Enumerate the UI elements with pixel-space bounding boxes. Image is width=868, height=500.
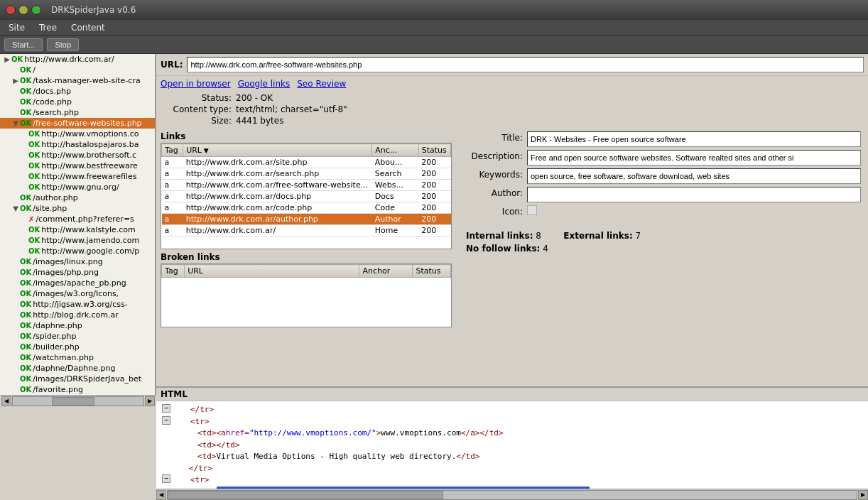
url-input[interactable]	[187, 57, 864, 72]
content-type-label: Content type:	[161, 104, 232, 114]
tree-item[interactable]: OK /docs.php	[0, 86, 155, 97]
tree-item[interactable]: OK http://www.gnu.org/	[0, 182, 155, 192]
meta-title-input[interactable]	[527, 131, 861, 147]
tree-item[interactable]: OK /builder.php	[0, 342, 155, 352]
tree-item[interactable]: OK http://hastalospajaros.ba	[0, 139, 155, 150]
status-value: 200 - OK	[236, 93, 273, 103]
menu-tree[interactable]: Tree	[33, 21, 63, 34]
tree-url: http://www.jamendo.com	[41, 236, 139, 245]
tree-item[interactable]: OK /favorite.png	[0, 384, 155, 395]
seo-review-link[interactable]: Seo Review	[297, 79, 346, 89]
scroll-right-button[interactable]: ▶	[145, 396, 155, 406]
tree-item[interactable]: ▼OK /free-software-websites.php	[0, 118, 155, 129]
scroll-left-button[interactable]: ◀	[1, 396, 11, 406]
tree-url: http://www.brothersoft.c	[41, 151, 136, 160]
tree-item[interactable]: OK /search.php	[0, 107, 155, 118]
menu-site[interactable]: Site	[3, 21, 31, 34]
tree-item[interactable]: OK http://www.bestfreeware	[0, 161, 155, 171]
tree-item[interactable]: OK /watchman.php	[0, 352, 155, 363]
tree-item[interactable]: OK http://www.kalstyle.com	[0, 224, 155, 235]
start-button[interactable]: Start...	[4, 38, 43, 51]
links-title: Links	[161, 131, 452, 141]
tree-item[interactable]: ▼OK /site.php	[0, 203, 155, 214]
google-links-link[interactable]: Google links	[238, 79, 291, 89]
content-type-value: text/html; charset="utf-8"	[236, 104, 347, 114]
tree-item[interactable]: OK /images/DRKSpiderJava_bet	[0, 374, 155, 384]
tree-item[interactable]: OK /images/php.png	[0, 267, 155, 278]
minimize-button[interactable]	[18, 5, 28, 15]
tree-item[interactable]: OK http://blog.drk.com.ar	[0, 310, 155, 320]
tree-item[interactable]: OK http://www.freewarefiles	[0, 171, 155, 182]
meta-author-input[interactable]	[527, 187, 861, 202]
html-line-7: − <tr>	[162, 474, 862, 487]
table-row[interactable]: ahttp://www.drk.com.ar/Home200	[162, 225, 451, 237]
tree-url: /docs.php	[33, 87, 71, 96]
tree-item[interactable]: OK /	[0, 65, 155, 75]
tree-item[interactable]: OK http://www.brothersoft.c	[0, 150, 155, 161]
col-header-url[interactable]: URL	[183, 144, 372, 157]
html-scroll-right[interactable]: ▶	[858, 490, 868, 500]
html-content[interactable]: − </tr> − <tr> <td><a href="http://www.v…	[156, 401, 868, 489]
tree-item[interactable]: OK http://www.vmoptions.co	[0, 129, 155, 139]
tree-url: /images/apache_pb.png	[33, 278, 126, 288]
status-badge: OK	[20, 87, 31, 95]
tree-item[interactable]: ▶OK /task-manager-web-site-cra	[0, 75, 155, 86]
table-row[interactable]: ahttp://www.drk.com.ar/author.phpAuthor2…	[162, 214, 451, 225]
tree-url: /images/linux.png	[33, 257, 102, 266]
tree-item[interactable]: OK http://www.jamendo.com	[0, 235, 155, 246]
html-scrollbar-track[interactable]	[167, 490, 857, 500]
url-label: URL:	[161, 60, 183, 70]
meta-description-input[interactable]	[527, 150, 861, 165]
open-in-browser-link[interactable]: Open in browser	[161, 79, 231, 89]
table-row[interactable]: ahttp://www.drk.com.ar/search.phpSearch2…	[162, 168, 451, 180]
tree-scrollbar[interactable]	[12, 396, 144, 406]
internal-links-display: Internal links: 8	[466, 231, 541, 241]
tree-item[interactable]: OK /images/w3.org/Icons,	[0, 288, 155, 299]
tree-item[interactable]: OK /daphne/Daphne.png	[0, 363, 155, 374]
html-scroll-left[interactable]: ◀	[156, 490, 166, 500]
tree-item[interactable]: OK /author.php	[0, 192, 155, 203]
fold-button-7[interactable]: −	[162, 474, 170, 483]
close-button[interactable]	[6, 5, 16, 15]
links-table-container: Tag URL Anc... Status ahttp://www.drk.co…	[161, 143, 452, 249]
status-badge: OK	[28, 130, 40, 138]
tree-url: http://www.bestfreeware	[41, 161, 137, 170]
tree-expand-icon[interactable]: ▶	[11, 77, 20, 85]
stop-button[interactable]: Stop	[47, 38, 79, 51]
col-header-status: Status	[418, 144, 450, 157]
status-badge: OK	[28, 141, 40, 148]
status-badge: OK	[20, 290, 31, 298]
tree-item[interactable]: OK /images/linux.png	[0, 256, 155, 267]
meta-author-row: Author:	[459, 187, 861, 202]
tree-expand-icon[interactable]: ▼	[11, 205, 20, 212]
table-row[interactable]: ahttp://www.drk.com.ar/code.phpCode200	[162, 202, 451, 214]
tree-item[interactable]: OK /daphne.php	[0, 320, 155, 331]
fold-button-1[interactable]: −	[162, 404, 170, 413]
tree-url: /author.php	[33, 193, 77, 202]
tree-item[interactable]: OK /spider.php	[0, 331, 155, 342]
status-badge: OK	[20, 343, 31, 351]
content-type-row: Content type: text/html; charset="utf-8"	[161, 104, 864, 114]
menu-content[interactable]: Content	[65, 21, 111, 34]
meta-keywords-input[interactable]	[527, 168, 861, 184]
tree-item[interactable]: ▶OK http://www.drk.com.ar/	[0, 54, 155, 65]
tree-expand-icon[interactable]: ▶	[3, 55, 11, 63]
tree-item[interactable]: OK http://jigsaw.w3.org/css-	[0, 299, 155, 310]
tree-url: http://www.gnu.org/	[41, 183, 119, 192]
fold-button-2[interactable]: −	[162, 416, 170, 425]
table-row[interactable]: ahttp://www.drk.com.ar/docs.phpDocs200	[162, 191, 451, 202]
html-line-1: − </tr>	[162, 404, 862, 416]
tree-item[interactable]: ✗ /comment.php?referer=s	[0, 214, 155, 224]
status-badge: OK	[20, 300, 31, 308]
tree-item[interactable]: OK /images/apache_pb.png	[0, 278, 155, 288]
html-horizontal-scrollbar: ◀ ▶	[156, 489, 868, 500]
html-line-2: − <tr>	[162, 416, 862, 428]
tree-item[interactable]: OK /code.php	[0, 97, 155, 107]
tree-expand-icon[interactable]: ▼	[11, 119, 20, 127]
table-row[interactable]: ahttp://www.drk.com.ar/site.phpAbou...20…	[162, 157, 451, 168]
info-section: Status: 200 - OK Content type: text/html…	[156, 92, 868, 129]
table-row[interactable]: ahttp://www.drk.com.ar/free-software-web…	[162, 180, 451, 191]
maximize-button[interactable]	[31, 5, 41, 15]
tree-item[interactable]: OK http://www.google.com/p	[0, 246, 155, 256]
meta-title-row: Title:	[459, 131, 861, 147]
